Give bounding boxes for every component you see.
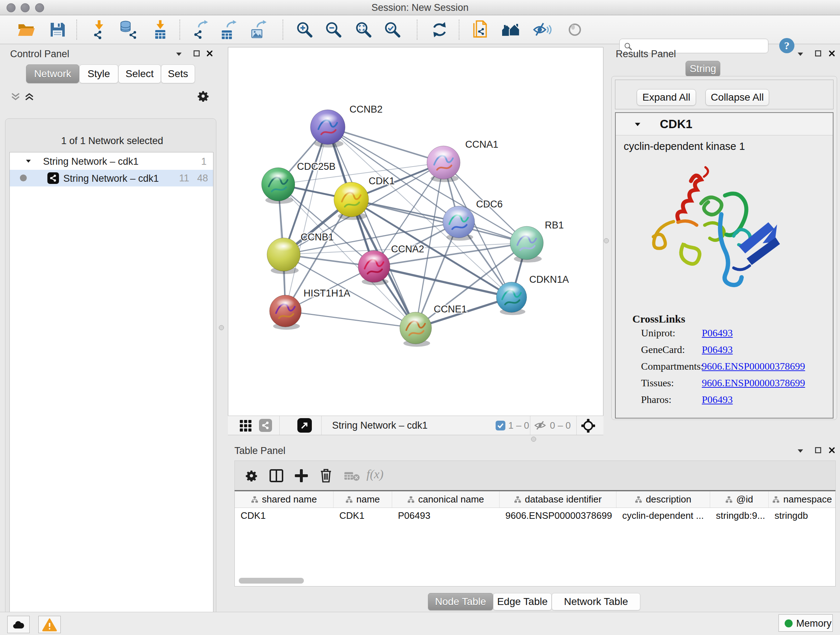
column-header-namespace[interactable]: namespace bbox=[769, 491, 836, 508]
open-session-icon[interactable] bbox=[16, 19, 36, 40]
node-CCNA2[interactable] bbox=[358, 250, 390, 285]
export-network-icon[interactable] bbox=[192, 19, 212, 40]
zoom-selected-icon[interactable] bbox=[382, 19, 403, 40]
string-badge-icon[interactable] bbox=[259, 419, 272, 432]
export-image-icon[interactable] bbox=[250, 19, 271, 40]
column-header-canonicalname[interactable]: canonical name bbox=[392, 491, 500, 508]
horizontal-splitter-grip[interactable] bbox=[531, 437, 536, 442]
edge-CDC25B-CDC6[interactable] bbox=[278, 184, 459, 222]
edge-HIST1H1A-CCNE1[interactable] bbox=[286, 311, 416, 328]
table-cell[interactable]: 9606.ENSP00000378699 bbox=[500, 508, 616, 523]
collapse-all-button[interactable]: Collapse All bbox=[706, 89, 769, 106]
table-row[interactable]: CDK1CDK1P064939606.ENSP00000378699cyclin… bbox=[235, 508, 835, 523]
network-view-toolbar: String Network – cdk1 1 – 0 0 – 0 bbox=[228, 416, 603, 435]
network-collection-row[interactable]: String Network – cdk1 1 bbox=[10, 153, 213, 170]
table-cell[interactable]: cyclin-dependent ... bbox=[616, 508, 710, 523]
gene-entry-header[interactable]: CDK1 bbox=[616, 113, 833, 135]
add-column-icon[interactable] bbox=[295, 469, 308, 482]
panel-float-caret-icon[interactable] bbox=[797, 449, 804, 453]
navbar-separator bbox=[530, 416, 531, 435]
panel-float-caret-icon[interactable] bbox=[797, 52, 804, 56]
node-table[interactable]: shared namenamecanonical namedatabase id… bbox=[234, 490, 836, 586]
left-splitter-grip[interactable] bbox=[219, 325, 224, 330]
refresh-icon[interactable] bbox=[429, 19, 450, 40]
tab-network-table[interactable]: Network Table bbox=[552, 593, 640, 610]
panel-close-icon[interactable] bbox=[829, 447, 835, 454]
panel-close-icon[interactable] bbox=[829, 50, 835, 57]
node-CCNA1[interactable] bbox=[427, 146, 460, 182]
node-CCNE1[interactable] bbox=[400, 312, 431, 347]
tab-node-table[interactable]: Node Table bbox=[428, 593, 493, 610]
crosslink-label: Compartments: bbox=[641, 361, 704, 372]
fit-selected-target-icon[interactable] bbox=[581, 418, 595, 433]
node-CDC25B[interactable] bbox=[262, 168, 295, 204]
node-CDKN1A[interactable] bbox=[496, 282, 527, 315]
zoom-in-icon[interactable] bbox=[294, 19, 315, 40]
selected-nodes-checkbox[interactable] bbox=[496, 421, 505, 431]
column-header-label: database identifier bbox=[525, 494, 602, 505]
open-in-window-icon[interactable] bbox=[297, 418, 312, 432]
column-header-databaseidentifier[interactable]: database identifier bbox=[500, 491, 616, 508]
import-network-database-icon[interactable] bbox=[118, 19, 138, 40]
network-canvas[interactable]: CCNB2CCNA1CDC25BCDK1CDC6RB1CCNB1CCNA2CDK… bbox=[228, 47, 603, 416]
edge-CCNB2-HIST1H1A[interactable] bbox=[286, 127, 328, 311]
crosslink-link[interactable]: 9606.ENSP00000378699 bbox=[702, 361, 805, 372]
node-CCNB1[interactable] bbox=[267, 238, 300, 274]
memory-button[interactable]: Memory bbox=[778, 614, 833, 632]
table-horizontal-scrollbar[interactable] bbox=[239, 578, 304, 584]
export-table-icon[interactable] bbox=[220, 19, 240, 40]
panel-maximize-icon[interactable] bbox=[815, 447, 821, 454]
edge-CCNB2-CCNA1[interactable] bbox=[328, 127, 444, 163]
table-cell[interactable]: stringdb bbox=[769, 508, 836, 523]
grid-layout-icon[interactable] bbox=[240, 420, 252, 432]
entry-collapse-caret-icon[interactable] bbox=[635, 122, 641, 126]
delete-column-icon[interactable] bbox=[319, 469, 332, 483]
string-network-graph[interactable]: CCNB2CCNA1CDC25BCDK1CDC6RB1CCNB1CCNA2CDK… bbox=[228, 48, 603, 415]
crosslink-link[interactable]: P06493 bbox=[702, 327, 733, 339]
node-CDK1[interactable] bbox=[334, 182, 369, 220]
share-document-icon[interactable] bbox=[470, 19, 491, 40]
network-row-selected[interactable]: String Network – cdk1 11 48 bbox=[10, 170, 213, 187]
crosslink-link[interactable]: 9606.ENSP00000378699 bbox=[702, 377, 805, 389]
node-HIST1H1A[interactable] bbox=[270, 295, 302, 330]
table-options-gear-icon[interactable] bbox=[246, 470, 257, 481]
tab-edge-table[interactable]: Edge Table bbox=[493, 593, 552, 610]
collection-expand-caret-icon[interactable] bbox=[26, 159, 31, 163]
expand-all-button[interactable]: Expand All bbox=[637, 89, 696, 106]
zoom-fit-icon[interactable] bbox=[354, 19, 374, 40]
tab-string[interactable]: String bbox=[685, 61, 720, 77]
node-CDC6[interactable] bbox=[443, 206, 475, 241]
table-cell[interactable]: stringdb:9... bbox=[710, 508, 769, 523]
network-options-gear-icon[interactable] bbox=[197, 90, 209, 102]
crosslink-link[interactable]: P06493 bbox=[702, 344, 733, 356]
birdseye-icon[interactable] bbox=[565, 19, 585, 40]
expand-all-networks-icon[interactable] bbox=[25, 93, 34, 101]
tab-sets[interactable]: Sets bbox=[161, 65, 195, 83]
warning-status-button[interactable] bbox=[38, 616, 61, 633]
column-header-sharedname[interactable]: shared name bbox=[235, 491, 333, 508]
panel-float-caret-icon[interactable] bbox=[176, 52, 182, 56]
table-cell[interactable]: CDK1 bbox=[333, 508, 392, 523]
show-columns-icon[interactable] bbox=[270, 469, 283, 482]
collapse-all-networks-icon[interactable] bbox=[11, 93, 20, 101]
import-table-file-icon[interactable] bbox=[150, 19, 171, 40]
column-header-description[interactable]: description bbox=[616, 491, 710, 508]
panel-maximize-icon[interactable] bbox=[193, 50, 200, 57]
tab-network[interactable]: Network bbox=[26, 65, 79, 83]
panel-close-icon[interactable] bbox=[206, 50, 213, 57]
panel-maximize-icon[interactable] bbox=[815, 50, 821, 57]
tab-style[interactable]: Style bbox=[79, 65, 118, 83]
tab-select[interactable]: Select bbox=[118, 65, 161, 83]
cloud-status-button[interactable] bbox=[7, 616, 30, 633]
import-network-file-icon[interactable] bbox=[89, 19, 109, 40]
node-RB1[interactable] bbox=[510, 226, 543, 263]
table-cell[interactable]: CDK1 bbox=[235, 508, 333, 523]
crosslink-link[interactable]: P06493 bbox=[702, 394, 733, 405]
column-header-id[interactable]: @id bbox=[710, 491, 769, 508]
column-header-name[interactable]: name bbox=[333, 491, 392, 508]
string-home-icon[interactable] bbox=[501, 19, 521, 40]
zoom-out-icon[interactable] bbox=[324, 19, 344, 40]
table-cell[interactable]: P06493 bbox=[392, 508, 500, 523]
hide-graphics-eye-icon[interactable] bbox=[532, 19, 552, 40]
save-session-icon[interactable] bbox=[47, 19, 68, 40]
